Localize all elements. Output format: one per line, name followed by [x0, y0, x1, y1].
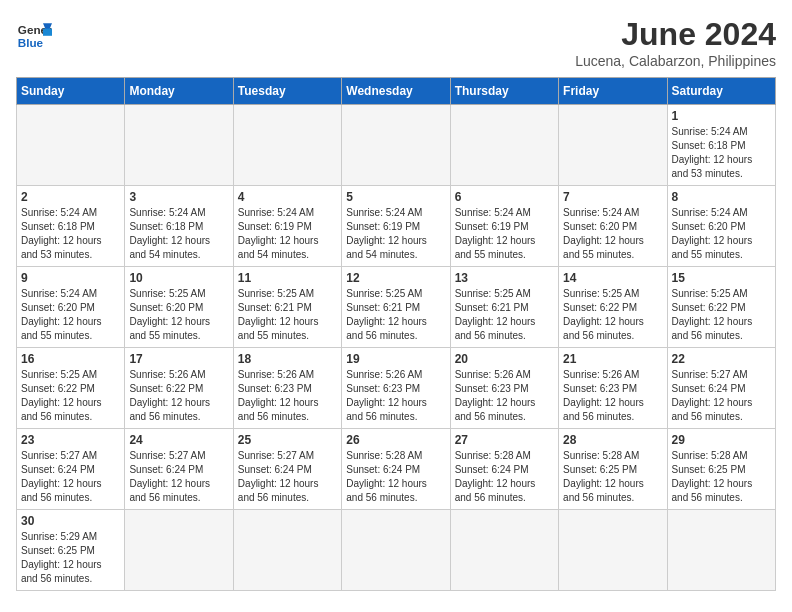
title-area: June 2024 Lucena, Calabarzon, Philippine… [575, 16, 776, 69]
calendar-cell: 27Sunrise: 5:28 AM Sunset: 6:24 PM Dayli… [450, 429, 558, 510]
calendar-cell [125, 510, 233, 591]
calendar-cell [559, 105, 667, 186]
calendar-cell: 9Sunrise: 5:24 AM Sunset: 6:20 PM Daylig… [17, 267, 125, 348]
calendar-cell: 6Sunrise: 5:24 AM Sunset: 6:19 PM Daylig… [450, 186, 558, 267]
calendar-cell [342, 105, 450, 186]
calendar-cell: 3Sunrise: 5:24 AM Sunset: 6:18 PM Daylig… [125, 186, 233, 267]
day-info: Sunrise: 5:29 AM Sunset: 6:25 PM Dayligh… [21, 530, 120, 586]
calendar-cell: 25Sunrise: 5:27 AM Sunset: 6:24 PM Dayli… [233, 429, 341, 510]
logo: General Blue [16, 16, 52, 52]
calendar-week-5: 30Sunrise: 5:29 AM Sunset: 6:25 PM Dayli… [17, 510, 776, 591]
day-number: 13 [455, 271, 554, 285]
day-info: Sunrise: 5:24 AM Sunset: 6:18 PM Dayligh… [129, 206, 228, 262]
day-info: Sunrise: 5:24 AM Sunset: 6:19 PM Dayligh… [346, 206, 445, 262]
calendar-cell: 7Sunrise: 5:24 AM Sunset: 6:20 PM Daylig… [559, 186, 667, 267]
calendar-cell: 23Sunrise: 5:27 AM Sunset: 6:24 PM Dayli… [17, 429, 125, 510]
calendar-cell [450, 510, 558, 591]
day-number: 19 [346, 352, 445, 366]
weekday-header-tuesday: Tuesday [233, 78, 341, 105]
calendar-cell: 16Sunrise: 5:25 AM Sunset: 6:22 PM Dayli… [17, 348, 125, 429]
day-number: 6 [455, 190, 554, 204]
day-number: 20 [455, 352, 554, 366]
day-number: 10 [129, 271, 228, 285]
location-title: Lucena, Calabarzon, Philippines [575, 53, 776, 69]
weekday-header-thursday: Thursday [450, 78, 558, 105]
day-info: Sunrise: 5:25 AM Sunset: 6:21 PM Dayligh… [455, 287, 554, 343]
calendar-cell: 20Sunrise: 5:26 AM Sunset: 6:23 PM Dayli… [450, 348, 558, 429]
calendar-cell: 18Sunrise: 5:26 AM Sunset: 6:23 PM Dayli… [233, 348, 341, 429]
weekday-header-wednesday: Wednesday [342, 78, 450, 105]
day-number: 11 [238, 271, 337, 285]
day-number: 12 [346, 271, 445, 285]
calendar-cell [667, 510, 775, 591]
calendar-cell [125, 105, 233, 186]
calendar-cell [342, 510, 450, 591]
day-info: Sunrise: 5:24 AM Sunset: 6:19 PM Dayligh… [238, 206, 337, 262]
weekday-header-row: SundayMondayTuesdayWednesdayThursdayFrid… [17, 78, 776, 105]
day-info: Sunrise: 5:28 AM Sunset: 6:25 PM Dayligh… [563, 449, 662, 505]
day-info: Sunrise: 5:24 AM Sunset: 6:19 PM Dayligh… [455, 206, 554, 262]
calendar-cell [233, 105, 341, 186]
calendar-cell [450, 105, 558, 186]
day-number: 30 [21, 514, 120, 528]
day-info: Sunrise: 5:24 AM Sunset: 6:20 PM Dayligh… [563, 206, 662, 262]
day-info: Sunrise: 5:24 AM Sunset: 6:18 PM Dayligh… [21, 206, 120, 262]
calendar-cell: 30Sunrise: 5:29 AM Sunset: 6:25 PM Dayli… [17, 510, 125, 591]
day-info: Sunrise: 5:24 AM Sunset: 6:20 PM Dayligh… [21, 287, 120, 343]
calendar-cell: 10Sunrise: 5:25 AM Sunset: 6:20 PM Dayli… [125, 267, 233, 348]
calendar-week-4: 23Sunrise: 5:27 AM Sunset: 6:24 PM Dayli… [17, 429, 776, 510]
day-number: 3 [129, 190, 228, 204]
day-info: Sunrise: 5:26 AM Sunset: 6:23 PM Dayligh… [346, 368, 445, 424]
calendar-cell: 17Sunrise: 5:26 AM Sunset: 6:22 PM Dayli… [125, 348, 233, 429]
day-number: 16 [21, 352, 120, 366]
day-info: Sunrise: 5:27 AM Sunset: 6:24 PM Dayligh… [129, 449, 228, 505]
weekday-header-friday: Friday [559, 78, 667, 105]
calendar-cell: 8Sunrise: 5:24 AM Sunset: 6:20 PM Daylig… [667, 186, 775, 267]
calendar-cell: 26Sunrise: 5:28 AM Sunset: 6:24 PM Dayli… [342, 429, 450, 510]
day-number: 22 [672, 352, 771, 366]
day-number: 25 [238, 433, 337, 447]
calendar-cell [17, 105, 125, 186]
day-info: Sunrise: 5:25 AM Sunset: 6:20 PM Dayligh… [129, 287, 228, 343]
day-number: 2 [21, 190, 120, 204]
calendar-week-1: 2Sunrise: 5:24 AM Sunset: 6:18 PM Daylig… [17, 186, 776, 267]
logo-icon: General Blue [16, 16, 52, 52]
day-number: 8 [672, 190, 771, 204]
calendar-cell: 14Sunrise: 5:25 AM Sunset: 6:22 PM Dayli… [559, 267, 667, 348]
day-number: 27 [455, 433, 554, 447]
day-number: 18 [238, 352, 337, 366]
day-info: Sunrise: 5:28 AM Sunset: 6:24 PM Dayligh… [455, 449, 554, 505]
calendar-cell: 29Sunrise: 5:28 AM Sunset: 6:25 PM Dayli… [667, 429, 775, 510]
day-number: 7 [563, 190, 662, 204]
calendar-cell: 12Sunrise: 5:25 AM Sunset: 6:21 PM Dayli… [342, 267, 450, 348]
calendar-cell: 4Sunrise: 5:24 AM Sunset: 6:19 PM Daylig… [233, 186, 341, 267]
day-number: 26 [346, 433, 445, 447]
calendar-cell: 22Sunrise: 5:27 AM Sunset: 6:24 PM Dayli… [667, 348, 775, 429]
weekday-header-monday: Monday [125, 78, 233, 105]
calendar-table: SundayMondayTuesdayWednesdayThursdayFrid… [16, 77, 776, 591]
day-info: Sunrise: 5:28 AM Sunset: 6:24 PM Dayligh… [346, 449, 445, 505]
day-info: Sunrise: 5:25 AM Sunset: 6:21 PM Dayligh… [346, 287, 445, 343]
calendar-cell: 13Sunrise: 5:25 AM Sunset: 6:21 PM Dayli… [450, 267, 558, 348]
day-info: Sunrise: 5:25 AM Sunset: 6:22 PM Dayligh… [563, 287, 662, 343]
day-info: Sunrise: 5:27 AM Sunset: 6:24 PM Dayligh… [672, 368, 771, 424]
day-info: Sunrise: 5:28 AM Sunset: 6:25 PM Dayligh… [672, 449, 771, 505]
calendar-cell: 15Sunrise: 5:25 AM Sunset: 6:22 PM Dayli… [667, 267, 775, 348]
day-number: 15 [672, 271, 771, 285]
day-number: 23 [21, 433, 120, 447]
weekday-header-sunday: Sunday [17, 78, 125, 105]
day-number: 9 [21, 271, 120, 285]
svg-text:Blue: Blue [18, 36, 44, 49]
day-number: 4 [238, 190, 337, 204]
day-number: 14 [563, 271, 662, 285]
calendar-cell: 1Sunrise: 5:24 AM Sunset: 6:18 PM Daylig… [667, 105, 775, 186]
calendar-cell: 11Sunrise: 5:25 AM Sunset: 6:21 PM Dayli… [233, 267, 341, 348]
day-info: Sunrise: 5:26 AM Sunset: 6:23 PM Dayligh… [238, 368, 337, 424]
page-header: General Blue June 2024 Lucena, Calabarzo… [16, 16, 776, 69]
day-info: Sunrise: 5:27 AM Sunset: 6:24 PM Dayligh… [238, 449, 337, 505]
calendar-cell: 28Sunrise: 5:28 AM Sunset: 6:25 PM Dayli… [559, 429, 667, 510]
calendar-cell: 2Sunrise: 5:24 AM Sunset: 6:18 PM Daylig… [17, 186, 125, 267]
calendar-week-2: 9Sunrise: 5:24 AM Sunset: 6:20 PM Daylig… [17, 267, 776, 348]
calendar-cell [559, 510, 667, 591]
day-info: Sunrise: 5:26 AM Sunset: 6:23 PM Dayligh… [563, 368, 662, 424]
